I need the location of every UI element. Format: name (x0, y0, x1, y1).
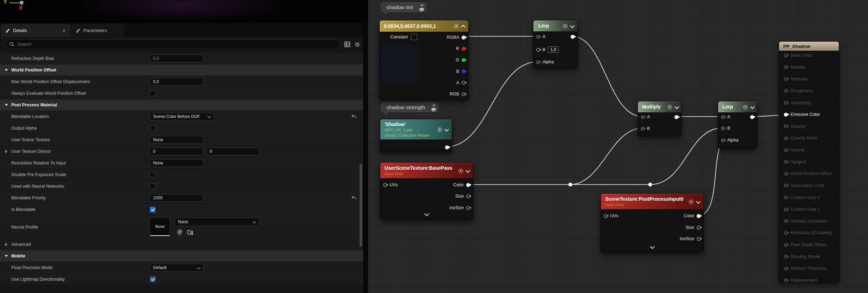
pin-dot[interactable] (462, 36, 465, 39)
material-output-pin[interactable]: World Position Offset (779, 171, 839, 176)
pin-dot[interactable] (784, 195, 788, 199)
output-pin[interactable]: R (426, 43, 468, 54)
pin-dot[interactable] (784, 101, 788, 105)
material-output-pin[interactable]: Subsurface Color (779, 183, 839, 188)
pin-dot[interactable] (784, 77, 788, 81)
output-pin-size[interactable]: Size (686, 225, 701, 230)
play-icon[interactable] (454, 24, 458, 29)
pin-dot[interactable] (784, 255, 788, 258)
chevron-down-icon[interactable] (444, 127, 449, 132)
material-output-pin[interactable]: Normal (779, 148, 839, 152)
pin-dot[interactable] (784, 160, 788, 164)
input-pin-a[interactable]: A (721, 114, 730, 120)
output-pin[interactable] (750, 114, 754, 120)
blendable-priority-field[interactable]: 1000 (150, 194, 203, 202)
play-icon[interactable] (667, 105, 672, 110)
pin-dot[interactable] (784, 148, 788, 152)
material-output-pin[interactable]: Shading Model (779, 254, 839, 259)
always-evaluate-wpo-checkbox[interactable] (150, 91, 156, 96)
node-result-pp-shadow[interactable]: PP_Shadow Base Color Metallic Specular (779, 41, 839, 282)
comment-icon[interactable] (431, 108, 436, 112)
comment-bubble-shadow-strength[interactable]: shadow strength (381, 102, 438, 112)
use-lightmap-directionality-checkbox[interactable] (150, 276, 156, 282)
pin-icon[interactable] (431, 103, 436, 107)
material-output-pin[interactable]: Opacity Mask (779, 136, 839, 141)
node-multiply[interactable]: Multiply A B (638, 101, 682, 136)
material-output-pin[interactable]: Custom Data 0 (779, 195, 839, 200)
pin-dot[interactable] (784, 54, 788, 57)
neural-profile-dropdown[interactable]: None (175, 218, 259, 226)
pin-dot[interactable] (784, 124, 788, 128)
material-output-pin[interactable]: Refraction (Disabled) (779, 230, 839, 235)
pin-dot[interactable] (784, 89, 788, 93)
pin-dot[interactable] (784, 207, 788, 211)
pin-dot[interactable] (784, 172, 788, 176)
node-collection-param-shadow[interactable]: 'Shadow' MPC_PP_Light (float1) Collectio… (380, 119, 452, 152)
node-lerp-2[interactable]: Lerp A B Alpha (718, 101, 757, 149)
chevron-right-icon[interactable] (5, 150, 7, 153)
output-pin-size[interactable]: Size (455, 193, 470, 199)
pin-dot[interactable] (784, 278, 788, 282)
max-wpo-displacement-field[interactable]: 0,0 (150, 78, 203, 86)
pin-dot[interactable] (784, 231, 788, 235)
input-pin-alpha[interactable]: Alpha (721, 137, 739, 143)
output-pin[interactable] (445, 144, 449, 150)
used-with-neural-networks-checkbox[interactable] (150, 183, 156, 189)
blendable-location-dropdown[interactable]: Scene Color Before DOF (150, 113, 214, 120)
panel-divider[interactable] (363, 23, 368, 293)
category-mobile[interactable]: Mobile (0, 250, 363, 262)
material-output-pin[interactable]: Custom Data 1 (779, 207, 839, 212)
pin-default-value[interactable]: 1,0 (548, 46, 559, 53)
comment-icon[interactable] (419, 8, 424, 12)
refraction-depth-bias-field[interactable]: 0,0 (150, 55, 203, 62)
output-pin-invsize[interactable]: InvSize (449, 205, 470, 211)
pin-dot[interactable] (784, 183, 788, 187)
gear-icon[interactable] (354, 42, 360, 48)
close-icon[interactable]: × (63, 28, 65, 33)
pin-dot[interactable] (462, 58, 465, 62)
revert-arrow-icon[interactable] (351, 195, 356, 200)
play-icon[interactable] (743, 105, 748, 110)
pin-dot[interactable] (784, 267, 788, 270)
chevron-down-icon[interactable] (465, 168, 470, 173)
input-pin-uvs[interactable]: UVs (383, 182, 398, 188)
neural-profile-thumbnail[interactable]: None (150, 218, 170, 236)
output-pin-color[interactable]: Color (453, 182, 470, 188)
output-pin[interactable]: RGB (426, 88, 468, 100)
user-texture-divisor-y-field[interactable]: 0 (207, 148, 259, 155)
material-output-pin[interactable]: Base Color (779, 53, 839, 58)
material-output-pin[interactable]: Metallic (779, 65, 839, 70)
pin-dot[interactable] (462, 92, 465, 96)
material-output-pin[interactable]: Specular (779, 76, 839, 81)
row-advanced[interactable]: Advanced (0, 239, 363, 250)
input-pin-b[interactable]: B (641, 126, 650, 131)
color-swatch[interactable] (411, 34, 417, 40)
revert-arrow-icon[interactable] (351, 114, 356, 119)
use-selected-asset-icon[interactable] (177, 229, 183, 235)
chevron-down-icon[interactable] (750, 105, 755, 109)
search-input[interactable]: Search (6, 39, 340, 49)
expand-node-chevron-icon[interactable] (650, 244, 654, 249)
pin-dot[interactable] (462, 81, 465, 85)
grid-view-icon[interactable] (344, 42, 350, 48)
material-output-pin[interactable]: Pixel Depth Offset (779, 242, 839, 247)
input-pin-alpha[interactable]: Alpha (536, 59, 554, 65)
is-blendable-checkbox[interactable] (150, 207, 156, 212)
input-pin-b[interactable]: B1,0 (536, 47, 559, 52)
node-userscenetexture-basepass[interactable]: UserSceneTexture:BasePass Input Data UVs… (380, 162, 473, 220)
details-scrollbar[interactable] (360, 164, 362, 247)
material-output-pin[interactable]: Tangent (779, 160, 839, 164)
material-output-pin[interactable]: Displacement (779, 278, 839, 283)
output-pin[interactable]: B (426, 66, 468, 77)
pin-dot[interactable] (462, 69, 465, 73)
user-scene-texture-field[interactable]: None (150, 136, 203, 144)
material-output-pin[interactable]: Ambient Occlusion (779, 219, 839, 224)
output-alpha-checkbox[interactable] (150, 125, 156, 131)
chevron-down-icon[interactable] (570, 24, 575, 28)
chevron-down-icon[interactable] (674, 105, 679, 109)
output-pin-invsize[interactable]: InvSize (680, 236, 701, 242)
input-pin-uvs[interactable]: UVs (604, 213, 619, 219)
chevron-down-icon[interactable] (696, 199, 701, 204)
pin-icon[interactable] (419, 3, 424, 7)
pin-dot[interactable] (784, 243, 788, 247)
